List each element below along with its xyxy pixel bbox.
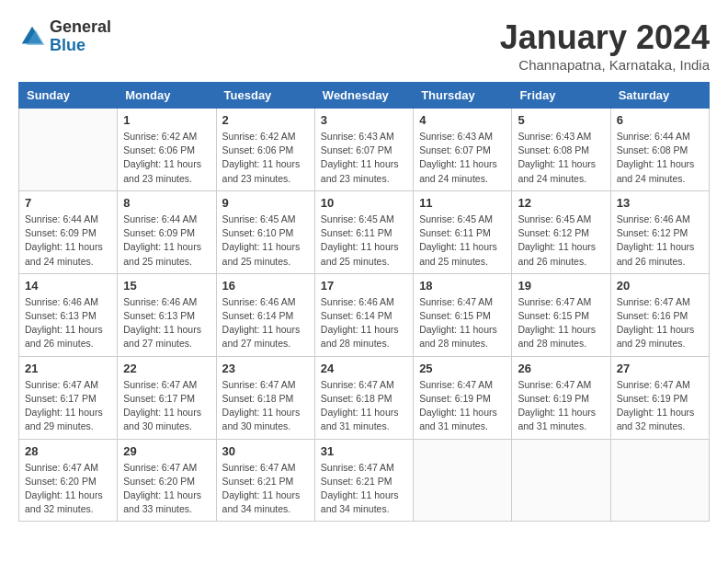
calendar-cell: 31Sunrise: 6:47 AMSunset: 6:21 PMDayligh… — [314, 439, 413, 522]
calendar-cell: 11Sunrise: 6:45 AMSunset: 6:11 PMDayligh… — [414, 190, 512, 273]
day-info: Sunrise: 6:47 AMSunset: 6:20 PMDaylight:… — [123, 461, 210, 517]
calendar-cell: 2Sunrise: 6:42 AMSunset: 6:06 PMDaylight… — [216, 109, 314, 191]
day-number: 24 — [321, 362, 407, 375]
calendar-cell: 26Sunrise: 6:47 AMSunset: 6:19 PMDayligh… — [512, 356, 610, 439]
day-info: Sunrise: 6:46 AMSunset: 6:14 PMDaylight:… — [321, 295, 407, 351]
day-info: Sunrise: 6:44 AMSunset: 6:09 PMDaylight:… — [123, 213, 210, 269]
month-title: January 2024 — [500, 18, 710, 57]
calendar-cell: 21Sunrise: 6:47 AMSunset: 6:17 PMDayligh… — [19, 356, 118, 439]
day-info: Sunrise: 6:42 AMSunset: 6:06 PMDaylight:… — [222, 130, 309, 186]
week-row-0: 1Sunrise: 6:42 AMSunset: 6:06 PMDaylight… — [19, 109, 710, 191]
calendar-cell: 24Sunrise: 6:47 AMSunset: 6:18 PMDayligh… — [314, 356, 413, 439]
calendar-cell: 6Sunrise: 6:44 AMSunset: 6:08 PMDaylight… — [610, 109, 709, 191]
week-row-1: 7Sunrise: 6:44 AMSunset: 6:09 PMDaylight… — [19, 190, 710, 273]
calendar-body: 1Sunrise: 6:42 AMSunset: 6:06 PMDaylight… — [19, 109, 710, 522]
calendar-cell: 5Sunrise: 6:43 AMSunset: 6:08 PMDaylight… — [512, 109, 610, 191]
day-info: Sunrise: 6:43 AMSunset: 6:07 PMDaylight:… — [419, 130, 506, 186]
calendar-cell: 18Sunrise: 6:47 AMSunset: 6:15 PMDayligh… — [414, 273, 512, 356]
day-info: Sunrise: 6:45 AMSunset: 6:11 PMDaylight:… — [321, 213, 407, 269]
day-info: Sunrise: 6:43 AMSunset: 6:07 PMDaylight:… — [321, 130, 407, 186]
day-number: 8 — [123, 196, 210, 210]
day-info: Sunrise: 6:46 AMSunset: 6:13 PMDaylight:… — [123, 295, 210, 351]
calendar-cell: 27Sunrise: 6:47 AMSunset: 6:19 PMDayligh… — [610, 356, 709, 439]
day-info: Sunrise: 6:47 AMSunset: 6:15 PMDaylight:… — [518, 295, 604, 351]
calendar-header: SundayMondayTuesdayWednesdayThursdayFrid… — [19, 83, 710, 109]
day-info: Sunrise: 6:45 AMSunset: 6:11 PMDaylight:… — [419, 213, 506, 269]
day-info: Sunrise: 6:47 AMSunset: 6:16 PMDaylight:… — [617, 295, 703, 351]
calendar-cell: 29Sunrise: 6:47 AMSunset: 6:20 PMDayligh… — [118, 439, 216, 522]
calendar-cell: 8Sunrise: 6:44 AMSunset: 6:09 PMDaylight… — [118, 190, 216, 273]
day-number: 28 — [25, 444, 111, 458]
calendar-cell: 22Sunrise: 6:47 AMSunset: 6:17 PMDayligh… — [118, 356, 216, 439]
week-row-4: 28Sunrise: 6:47 AMSunset: 6:20 PMDayligh… — [19, 439, 710, 522]
day-number: 19 — [518, 279, 604, 293]
day-number: 31 — [321, 444, 407, 458]
day-info: Sunrise: 6:47 AMSunset: 6:19 PMDaylight:… — [518, 378, 604, 434]
calendar-cell: 23Sunrise: 6:47 AMSunset: 6:18 PMDayligh… — [216, 356, 314, 439]
day-number: 26 — [518, 362, 604, 375]
day-number: 21 — [25, 362, 111, 375]
day-number: 6 — [617, 113, 703, 127]
week-row-3: 21Sunrise: 6:47 AMSunset: 6:17 PMDayligh… — [19, 356, 710, 439]
day-number: 23 — [222, 362, 309, 375]
calendar-cell: 7Sunrise: 6:44 AMSunset: 6:09 PMDaylight… — [19, 190, 118, 273]
day-info: Sunrise: 6:47 AMSunset: 6:17 PMDaylight:… — [123, 378, 210, 434]
day-number: 18 — [419, 279, 506, 293]
day-header-saturday: Saturday — [610, 83, 709, 109]
logo-general: General — [50, 18, 111, 37]
day-info: Sunrise: 6:44 AMSunset: 6:09 PMDaylight:… — [25, 213, 111, 269]
week-row-2: 14Sunrise: 6:46 AMSunset: 6:13 PMDayligh… — [19, 273, 710, 356]
day-info: Sunrise: 6:47 AMSunset: 6:17 PMDaylight:… — [25, 378, 111, 434]
calendar-cell: 20Sunrise: 6:47 AMSunset: 6:16 PMDayligh… — [610, 273, 709, 356]
day-info: Sunrise: 6:47 AMSunset: 6:18 PMDaylight:… — [222, 378, 309, 434]
day-number: 2 — [222, 113, 309, 127]
day-info: Sunrise: 6:42 AMSunset: 6:06 PMDaylight:… — [123, 130, 210, 186]
logo-icon — [18, 23, 46, 51]
calendar-cell: 4Sunrise: 6:43 AMSunset: 6:07 PMDaylight… — [414, 109, 512, 191]
day-number: 17 — [321, 279, 407, 293]
day-info: Sunrise: 6:45 AMSunset: 6:10 PMDaylight:… — [222, 213, 309, 269]
day-info: Sunrise: 6:46 AMSunset: 6:14 PMDaylight:… — [222, 295, 309, 351]
day-info: Sunrise: 6:44 AMSunset: 6:08 PMDaylight:… — [617, 130, 703, 186]
calendar-cell: 13Sunrise: 6:46 AMSunset: 6:12 PMDayligh… — [610, 190, 709, 273]
calendar-cell — [610, 439, 709, 522]
calendar-cell: 28Sunrise: 6:47 AMSunset: 6:20 PMDayligh… — [19, 439, 118, 522]
logo-text: General Blue — [50, 18, 111, 55]
day-info: Sunrise: 6:45 AMSunset: 6:12 PMDaylight:… — [518, 213, 604, 269]
day-number: 27 — [617, 362, 703, 375]
day-info: Sunrise: 6:47 AMSunset: 6:18 PMDaylight:… — [321, 378, 407, 434]
day-number: 5 — [518, 113, 604, 127]
calendar-cell: 14Sunrise: 6:46 AMSunset: 6:13 PMDayligh… — [19, 273, 118, 356]
day-info: Sunrise: 6:46 AMSunset: 6:12 PMDaylight:… — [617, 213, 703, 269]
day-number: 14 — [25, 279, 111, 293]
day-number: 1 — [123, 113, 210, 127]
calendar-cell: 10Sunrise: 6:45 AMSunset: 6:11 PMDayligh… — [314, 190, 413, 273]
day-number: 7 — [25, 196, 111, 210]
day-number: 22 — [123, 362, 210, 375]
day-info: Sunrise: 6:47 AMSunset: 6:21 PMDaylight:… — [222, 461, 309, 517]
calendar-cell: 30Sunrise: 6:47 AMSunset: 6:21 PMDayligh… — [216, 439, 314, 522]
calendar-cell: 25Sunrise: 6:47 AMSunset: 6:19 PMDayligh… — [414, 356, 512, 439]
day-number: 30 — [222, 444, 309, 458]
day-info: Sunrise: 6:47 AMSunset: 6:19 PMDaylight:… — [617, 378, 703, 434]
day-info: Sunrise: 6:47 AMSunset: 6:19 PMDaylight:… — [419, 378, 506, 434]
calendar-cell: 12Sunrise: 6:45 AMSunset: 6:12 PMDayligh… — [512, 190, 610, 273]
day-header-monday: Monday — [118, 83, 216, 109]
logo-blue-text: Blue — [50, 37, 111, 55]
day-number: 9 — [222, 196, 309, 210]
day-info: Sunrise: 6:43 AMSunset: 6:08 PMDaylight:… — [518, 130, 604, 186]
day-number: 15 — [123, 279, 210, 293]
day-number: 25 — [419, 362, 506, 375]
location: Channapatna, Karnataka, India — [500, 57, 710, 73]
day-number: 16 — [222, 279, 309, 293]
logo: General Blue — [18, 18, 111, 55]
day-number: 29 — [123, 444, 210, 458]
day-number: 20 — [617, 279, 703, 293]
day-header-sunday: Sunday — [19, 83, 118, 109]
calendar-cell: 1Sunrise: 6:42 AMSunset: 6:06 PMDaylight… — [118, 109, 216, 191]
calendar-cell: 17Sunrise: 6:46 AMSunset: 6:14 PMDayligh… — [314, 273, 413, 356]
day-number: 3 — [321, 113, 407, 127]
calendar-cell: 3Sunrise: 6:43 AMSunset: 6:07 PMDaylight… — [314, 109, 413, 191]
day-number: 13 — [617, 196, 703, 210]
day-info: Sunrise: 6:47 AMSunset: 6:15 PMDaylight:… — [419, 295, 506, 351]
